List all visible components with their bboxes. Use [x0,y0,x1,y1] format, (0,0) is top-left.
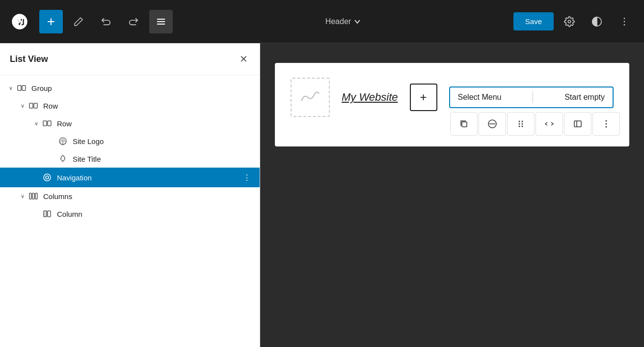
svg-point-28 [518,121,520,122]
wp-logo: W [8,10,31,33]
columns-icon [27,190,39,202]
tree-label-navigation: Navigation [57,174,240,182]
svg-rect-24 [48,211,51,217]
svg-rect-34 [574,121,581,127]
chevron-columns: ∨ [18,191,27,201]
list-view-title: List View [10,54,48,64]
svg-point-38 [605,126,607,128]
tree-item-site-logo[interactable]: ∨ Site Logo [0,132,260,150]
toolbar-right: Save [513,10,636,33]
svg-rect-11 [22,86,26,90]
tree-item-navigation[interactable]: ∨ Navigation ⋮ [0,168,260,187]
canvas-inner: My Website + Select Menu Start empty [291,78,614,117]
tree-item-column[interactable]: ∨ Column [0,205,260,223]
svg-point-17 [62,161,63,162]
redo-button[interactable] [122,10,145,33]
chevron-group: ∨ [6,83,16,93]
nav-duplicate-button[interactable] [450,112,478,136]
site-title-text: My Website [342,91,398,103]
tree-item-site-title[interactable]: ∨ Site Title [0,150,260,168]
header-label: Header [325,17,351,26]
sidebar-content: ∨ Group ∨ Row [0,75,260,347]
nav-select-menu[interactable]: Select Menu [458,93,502,102]
svg-rect-14 [43,121,47,126]
close-sidebar-button[interactable]: ✕ [238,51,250,67]
nav-block: Select Menu Start empty [449,87,614,108]
tree-label-site-title: Site Title [73,155,254,163]
svg-rect-15 [48,121,51,126]
svg-rect-23 [44,211,47,217]
undo-button[interactable] [94,10,118,33]
row-icon-2 [41,117,53,129]
canvas-area: My Website + Select Menu Start empty [260,43,644,347]
nav-code-button[interactable] [536,112,563,136]
site-title-display: My Website [342,91,398,104]
style-button[interactable] [585,10,609,33]
group-icon [16,82,27,94]
svg-point-32 [518,126,520,127]
svg-rect-10 [18,86,21,90]
sidebar: List View ✕ ∨ Group ∨ [0,43,260,347]
tree-label-column: Column [57,210,254,218]
tree-item-row1[interactable]: ∨ Row [0,97,260,115]
tree-item-columns[interactable]: ∨ Columns [0,187,260,205]
nav-drag-button[interactable] [507,112,535,136]
add-inner-block-button[interactable]: + [410,84,437,111]
tree-label-row1: Row [43,102,254,110]
tree-label-row2: Row [57,119,254,128]
tree-label-site-logo: Site Logo [73,137,254,145]
nav-disable-button[interactable] [479,112,506,136]
row-icon-1 [27,100,39,112]
svg-rect-21 [32,193,34,199]
svg-point-31 [521,123,523,125]
tree-label-group: Group [31,84,254,92]
nav-toolbar [450,112,620,136]
svg-point-5 [568,20,571,23]
nav-align-button[interactable] [564,112,591,136]
tree-item-group[interactable]: ∨ Group [0,79,260,97]
tree-label-columns: Columns [43,192,254,201]
svg-point-19 [46,176,49,179]
svg-point-36 [605,120,607,122]
nav-start-empty[interactable]: Start empty [564,93,605,102]
nav-more-button[interactable] [592,112,620,136]
top-toolbar: W + Header Save [0,0,644,43]
header-block: My Website + Select Menu Start empty [275,63,629,146]
svg-point-33 [521,126,523,127]
site-logo-icon [57,135,69,147]
more-options-button[interactable] [613,10,636,33]
sidebar-header: List View ✕ [0,43,260,75]
list-view-button[interactable] [149,10,173,33]
svg-rect-20 [29,193,31,199]
settings-button[interactable] [558,10,581,33]
add-block-button[interactable]: + [39,10,63,33]
site-logo-placeholder [291,78,330,117]
add-icon: + [420,90,427,104]
svg-point-18 [44,174,51,181]
toolbar-center: Header [177,13,510,30]
svg-point-9 [624,24,625,26]
navigation-icon [41,172,53,183]
chevron-row2: ∨ [31,118,41,128]
nav-divider [533,91,533,103]
svg-rect-12 [29,103,33,108]
svg-point-30 [518,123,520,125]
main-area: List View ✕ ∨ Group ∨ [0,43,644,347]
svg-point-37 [605,123,607,125]
svg-point-8 [624,21,625,22]
svg-text:W: W [16,17,24,26]
edit-button[interactable] [67,10,90,33]
save-button[interactable]: Save [513,12,554,30]
site-title-icon [57,153,69,165]
navigation-more-button[interactable]: ⋮ [240,171,254,184]
header-dropdown[interactable]: Header [320,13,367,30]
svg-point-29 [521,121,523,122]
svg-rect-25 [462,122,467,127]
svg-rect-2 [157,19,165,20]
chevron-row1: ∨ [18,101,27,111]
column-icon [41,208,53,220]
svg-point-7 [624,18,625,19]
svg-rect-22 [35,193,37,199]
tree-item-row2[interactable]: ∨ Row [0,115,260,132]
svg-rect-13 [34,103,37,108]
